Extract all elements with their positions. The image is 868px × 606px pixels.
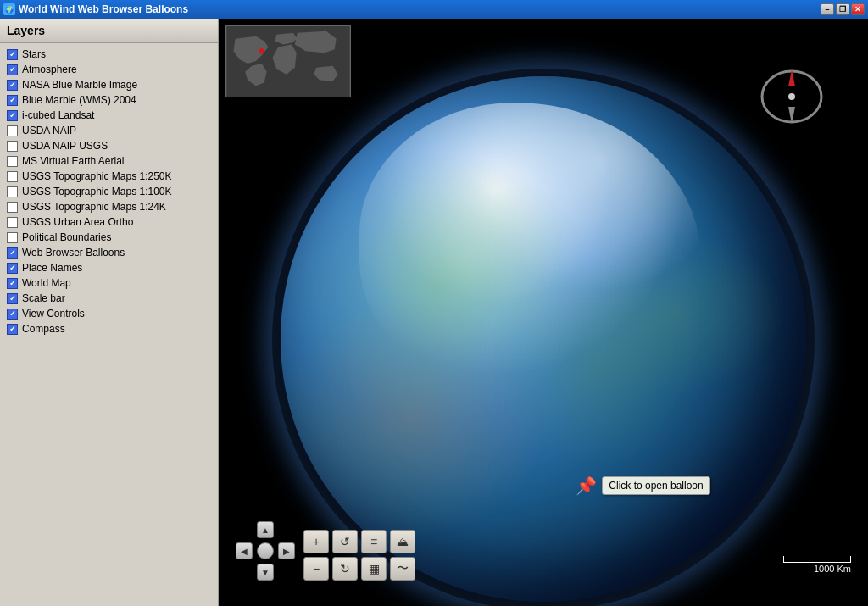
globe-view[interactable]: 📌 Click to open balloon ▲ ◀ ▶ ▼ + ↺ ≡ ⛰ … [219,19,868,606]
scale-label: 1000 Km [814,564,851,574]
layer-checkbox-usda-naip[interactable] [7,125,18,136]
layer-checkbox-view-controls[interactable] [7,309,18,320]
window-controls: – ❐ ✕ [821,3,865,15]
layer-checkbox-compass[interactable] [7,324,18,335]
layer-checkbox-scale-bar[interactable] [7,293,18,304]
layer-checkbox-web-browser-balloons[interactable] [7,247,18,259]
balloon-text[interactable]: Click to open balloon [602,476,709,495]
layer-label-i-cubed-landsat: i-cubed Landsat [22,109,94,121]
layer-item-nasa-blue-marble[interactable]: NASA Blue Marble Image [0,77,218,92]
layer-checkbox-i-cubed-landsat[interactable] [7,110,18,121]
layer-label-ms-virtual-earth: MS Virtual Earth Aerial [22,155,125,167]
balloon-tooltip[interactable]: 📌 Click to open balloon [576,475,709,496]
sidebar: Layers StarsAtmosphereNASA Blue Marble I… [0,19,219,606]
layer-item-usgs-urban[interactable]: USGS Urban Area Ortho [0,214,218,230]
layer-item-usgs-topo-100k[interactable]: USGS Topographic Maps 1:100K [0,184,218,199]
layer-item-ms-virtual-earth[interactable]: MS Virtual Earth Aerial [0,153,218,169]
tool-row-top: + ↺ ≡ ⛰ [303,530,415,553]
layer-item-political-boundaries[interactable]: Political Boundaries [0,230,218,245]
layer-label-usgs-topo-24k: USGS Topographic Maps 1:24K [22,201,166,213]
layer-item-usgs-topo-250k[interactable]: USGS Topographic Maps 1:250K [0,169,218,184]
chart-button[interactable]: ▦ [361,557,387,581]
layer-label-compass: Compass [22,323,65,335]
layer-checkbox-place-names[interactable] [7,263,18,274]
layer-label-usgs-topo-100k: USGS Topographic Maps 1:100K [22,186,172,197]
minimap [225,25,351,97]
layer-item-view-controls[interactable]: View Controls [0,306,218,321]
layer-label-usgs-topo-250k: USGS Topographic Maps 1:250K [22,170,172,182]
minimize-button[interactable]: – [821,3,834,15]
pan-center-button[interactable] [257,542,274,559]
layer-label-web-browser-balloons: Web Browser Balloons [22,247,125,259]
layer-checkbox-atmosphere[interactable] [7,64,18,75]
layer-checkbox-usgs-urban[interactable] [7,217,18,228]
layer-label-world-map: World Map [22,277,71,289]
window-title: World Wind Web Browser Balloons [19,3,188,15]
layer-item-usda-naip[interactable]: USDA NAIP [0,123,218,138]
layers-header: Layers [0,19,218,43]
scale-bar: 1000 Km [783,556,851,574]
pan-up-button[interactable]: ▲ [257,521,274,538]
layer-item-world-map[interactable]: World Map [0,275,218,291]
layer-label-usgs-urban: USGS Urban Area Ortho [22,216,133,228]
rotate-ccw-button[interactable]: ↺ [332,530,358,553]
pan-right-button[interactable]: ▶ [278,542,295,559]
layer-checkbox-stars[interactable] [7,49,18,60]
scale-line [783,556,851,563]
compass [758,61,826,129]
layer-checkbox-world-map[interactable] [7,278,18,289]
layer-label-blue-marble-wms: Blue Marble (WMS) 2004 [22,94,136,106]
layers-list: StarsAtmosphereNASA Blue Marble ImageBlu… [0,43,218,606]
tool-buttons: + ↺ ≡ ⛰ − ↻ ▦ 〜 [303,530,415,581]
pan-control: ▲ ◀ ▶ ▼ [236,521,295,581]
layer-item-place-names[interactable]: Place Names [0,260,218,275]
layer-checkbox-blue-marble-wms[interactable] [7,95,18,106]
tool-row-bottom: − ↻ ▦ 〜 [303,557,415,581]
layer-item-compass[interactable]: Compass [0,321,218,336]
layer-checkbox-ms-virtual-earth[interactable] [7,156,18,167]
layer-label-scale-bar: Scale bar [22,292,65,304]
svg-point-5 [788,93,795,100]
horizon-button[interactable]: 〜 [390,557,415,581]
layer-label-usda-naip-usgs: USDA NAIP USGS [22,140,108,152]
layer-item-usgs-topo-24k[interactable]: USGS Topographic Maps 1:24K [0,199,218,214]
layer-label-view-controls: View Controls [22,308,85,320]
layer-item-atmosphere[interactable]: Atmosphere [0,62,218,77]
layer-button[interactable]: ≡ [361,530,387,553]
layer-item-blue-marble-wms[interactable]: Blue Marble (WMS) 2004 [0,92,218,108]
zoom-in-button[interactable]: + [303,530,329,553]
layer-checkbox-usgs-topo-24k[interactable] [7,202,18,213]
zoom-out-button[interactable]: − [303,557,329,581]
navigation-controls: ▲ ◀ ▶ ▼ [236,521,295,581]
pan-left-button[interactable]: ◀ [236,542,253,559]
terrain-button[interactable]: ⛰ [390,530,415,553]
restore-button[interactable]: ❐ [836,3,849,15]
balloon-pin-icon: 📌 [576,475,597,496]
globe-sphere[interactable] [281,76,806,602]
title-bar: 🌍 World Wind Web Browser Balloons – ❐ ✕ [0,0,868,19]
main-layout: Layers StarsAtmosphereNASA Blue Marble I… [0,19,868,606]
layer-label-political-boundaries: Political Boundaries [22,231,111,243]
svg-point-1 [259,48,264,53]
layer-label-place-names: Place Names [22,262,82,274]
close-button[interactable]: ✕ [851,3,865,15]
layer-label-atmosphere: Atmosphere [22,64,77,75]
app-icon: 🌍 [3,3,15,15]
layer-label-nasa-blue-marble: NASA Blue Marble Image [22,79,137,91]
layer-checkbox-usda-naip-usgs[interactable] [7,141,18,152]
pan-down-button[interactable]: ▼ [257,564,274,581]
layer-item-stars[interactable]: Stars [0,47,218,62]
layer-checkbox-political-boundaries[interactable] [7,232,18,243]
layer-item-scale-bar[interactable]: Scale bar [0,291,218,306]
layer-checkbox-nasa-blue-marble[interactable] [7,80,18,91]
layer-checkbox-usgs-topo-100k[interactable] [7,186,18,197]
layer-item-i-cubed-landsat[interactable]: i-cubed Landsat [0,108,218,123]
layer-item-usda-naip-usgs[interactable]: USDA NAIP USGS [0,138,218,153]
layer-checkbox-usgs-topo-250k[interactable] [7,171,18,182]
layer-label-stars: Stars [22,48,46,60]
title-bar-left: 🌍 World Wind Web Browser Balloons [3,3,188,15]
rotate-cw-button[interactable]: ↻ [332,557,358,581]
layer-item-web-browser-balloons[interactable]: Web Browser Balloons [0,245,218,260]
layer-label-usda-naip: USDA NAIP [22,125,76,136]
